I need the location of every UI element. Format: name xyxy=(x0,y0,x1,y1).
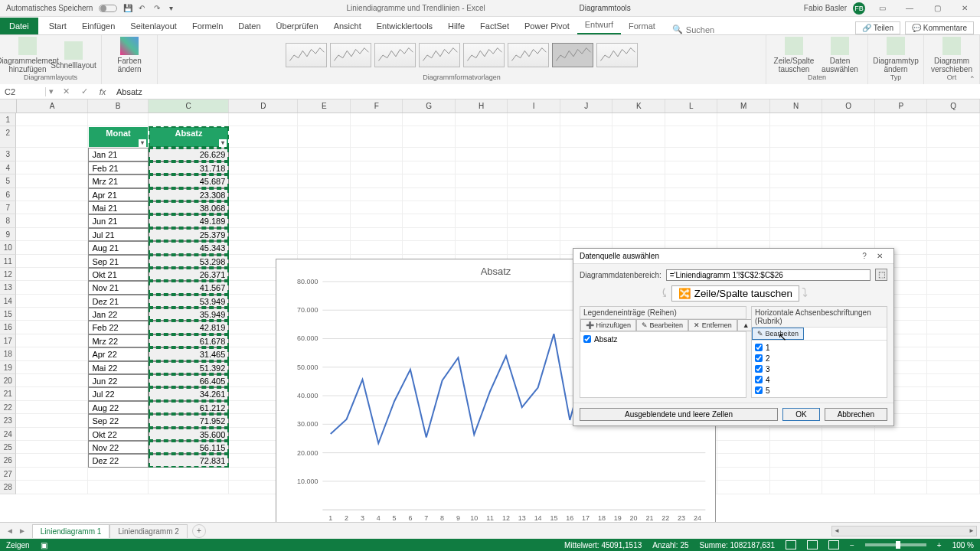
cell-L6[interactable] xyxy=(665,188,718,201)
cell-C27[interactable] xyxy=(149,468,230,481)
cell-L2[interactable] xyxy=(665,126,718,148)
cell-F9[interactable] xyxy=(351,228,403,241)
cell-N26[interactable] xyxy=(770,454,823,467)
cell-C8[interactable]: 49.189 xyxy=(149,214,230,227)
cell-E8[interactable] xyxy=(298,214,351,227)
cell-C22[interactable]: 61.212 xyxy=(149,401,230,414)
formula-input[interactable]: Absatz xyxy=(112,87,980,96)
axis-item[interactable]: 2 xyxy=(755,353,884,364)
cell-M5[interactable] xyxy=(717,174,770,187)
cell-B22[interactable]: Aug 22 xyxy=(88,401,148,414)
cell-Q19[interactable] xyxy=(927,361,980,374)
tab-formeln[interactable]: Formeln xyxy=(185,18,230,34)
cell-N5[interactable] xyxy=(770,174,823,187)
change-chart-type-button[interactable]: Diagrammtyp ändern xyxy=(874,37,917,73)
tab-überprüfen[interactable]: Überprüfen xyxy=(269,18,326,34)
row-header[interactable]: 4 xyxy=(0,161,16,174)
cell-H1[interactable] xyxy=(456,113,508,126)
cell-A11[interactable] xyxy=(16,255,88,268)
zoom-slider[interactable] xyxy=(865,543,926,546)
cell-P3[interactable] xyxy=(875,148,928,161)
col-header-A[interactable]: A xyxy=(17,99,89,112)
cell-Q1[interactable] xyxy=(927,113,980,126)
zoom-level[interactable]: 100 % xyxy=(952,541,974,549)
cell-O5[interactable] xyxy=(822,174,875,187)
chart-style-5[interactable] xyxy=(463,43,505,67)
sheet-tab-2[interactable]: Liniendiagramm 2 xyxy=(109,524,188,538)
cell-D10[interactable] xyxy=(229,241,298,254)
cell-Q18[interactable] xyxy=(927,347,980,360)
cell-C10[interactable]: 45.343 xyxy=(149,241,230,254)
cell-K2[interactable] xyxy=(612,126,665,148)
normal-view-icon[interactable] xyxy=(786,540,796,549)
cell-A21[interactable] xyxy=(16,387,88,400)
cell-Q23[interactable] xyxy=(927,414,980,427)
cell-C17[interactable]: 61.678 xyxy=(149,334,230,347)
row-header[interactable]: 28 xyxy=(0,481,16,494)
cell-H4[interactable] xyxy=(456,161,508,174)
cell-A6[interactable] xyxy=(16,188,88,201)
cell-A26[interactable] xyxy=(16,454,88,467)
row-header[interactable]: 20 xyxy=(0,374,16,387)
cell-D9[interactable] xyxy=(229,228,298,241)
cell-D3[interactable] xyxy=(229,148,298,161)
cell-A22[interactable] xyxy=(16,401,88,414)
cancel-formula-icon[interactable]: ✕ xyxy=(57,86,75,96)
cell-I3[interactable] xyxy=(508,148,560,161)
cell-A2[interactable] xyxy=(16,126,88,148)
cell-B8[interactable]: Jun 21 xyxy=(88,214,148,227)
cell-M8[interactable] xyxy=(717,214,770,227)
cell-N9[interactable] xyxy=(770,228,823,241)
cell-A3[interactable] xyxy=(16,148,88,161)
row-header[interactable]: 15 xyxy=(0,308,16,321)
hidden-cells-button[interactable]: Ausgeblendete und leere Zellen xyxy=(580,408,778,421)
cell-L1[interactable] xyxy=(665,113,718,126)
chart-style-6[interactable] xyxy=(508,43,549,67)
cell-N3[interactable] xyxy=(770,148,823,161)
tab-entwurf[interactable]: Entwurf xyxy=(577,16,621,34)
cell-F4[interactable] xyxy=(351,161,403,174)
tab-entwicklertools[interactable]: Entwicklertools xyxy=(369,18,440,34)
cell-L7[interactable] xyxy=(665,201,718,214)
cell-C26[interactable]: 72.831 xyxy=(149,454,230,467)
axis-item[interactable]: 4 xyxy=(755,374,884,385)
chart-style-8[interactable] xyxy=(596,43,638,67)
cell-K9[interactable] xyxy=(612,228,665,241)
cell-Q17[interactable] xyxy=(927,334,980,347)
cell-J5[interactable] xyxy=(560,174,613,187)
cell-F2[interactable] xyxy=(351,126,403,148)
cell-L8[interactable] xyxy=(665,214,718,227)
share-button[interactable]: 🔗 Teilen xyxy=(855,21,900,34)
cell-J3[interactable] xyxy=(560,148,613,161)
worksheet-grid[interactable]: 12Monat▾Absatz▾3Jan 2126.6294Feb 2131.71… xyxy=(0,113,980,522)
cell-O1[interactable] xyxy=(822,113,875,126)
cell-H7[interactable] xyxy=(456,201,508,214)
macro-record-icon[interactable]: ▣ xyxy=(41,541,47,549)
maximize-icon[interactable]: ▢ xyxy=(926,1,948,16)
cell-D8[interactable] xyxy=(229,214,298,227)
cell-B14[interactable]: Dez 21 xyxy=(88,295,148,308)
cell-K3[interactable] xyxy=(612,148,665,161)
cell-C23[interactable]: 71.952 xyxy=(149,414,230,427)
tab-factset[interactable]: FactSet xyxy=(472,18,517,34)
redo-icon[interactable]: ↷ xyxy=(154,4,163,13)
cell-B18[interactable]: Apr 22 xyxy=(88,347,148,360)
cell-B6[interactable]: Apr 21 xyxy=(88,188,148,201)
cell-H9[interactable] xyxy=(456,228,508,241)
cell-Q24[interactable] xyxy=(927,428,980,441)
cell-C16[interactable]: 42.819 xyxy=(149,321,230,334)
move-chart-button[interactable]: Diagramm verschieben xyxy=(930,37,973,73)
cell-B1[interactable] xyxy=(88,113,148,126)
undo-icon[interactable]: ↶ xyxy=(139,4,148,13)
cell-D6[interactable] xyxy=(229,188,298,201)
cell-N24[interactable] xyxy=(770,428,823,441)
cell-L3[interactable] xyxy=(665,148,718,161)
user-avatar[interactable]: FB xyxy=(853,2,865,15)
col-header-N[interactable]: N xyxy=(770,99,823,112)
cell-I2[interactable] xyxy=(508,126,560,148)
switch-row-col-dialog-button[interactable]: 🔀 Zeile/Spalte tauschen xyxy=(671,285,799,302)
cell-Q12[interactable] xyxy=(927,268,980,281)
cell-I6[interactable] xyxy=(508,188,560,201)
cell-H8[interactable] xyxy=(456,214,508,227)
cell-C5[interactable]: 45.687 xyxy=(149,174,230,187)
